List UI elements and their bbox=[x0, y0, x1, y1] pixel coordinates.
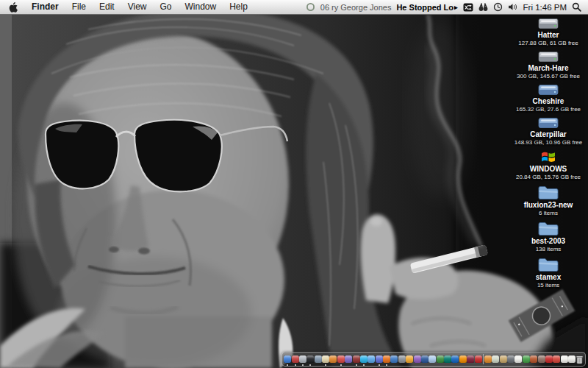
ichat-icon bbox=[368, 355, 375, 363]
track-title[interactable]: He Stopped Lo▸ bbox=[396, 3, 457, 12]
dock-item-bag-brown[interactable] bbox=[537, 353, 545, 366]
dock-item-ichat[interactable] bbox=[368, 353, 375, 366]
dock-item-itunes-red[interactable] bbox=[337, 353, 345, 366]
drive-internal-icon bbox=[537, 17, 560, 30]
dock-item-music-app[interactable] bbox=[413, 353, 420, 366]
dock-item-finder[interactable] bbox=[284, 353, 291, 366]
desktop-icon-Cheshire[interactable]: Cheshire165.32 GB, 27.6 GB free bbox=[510, 83, 587, 113]
menu-finder[interactable]: Finder bbox=[25, 0, 65, 14]
indesign-icon bbox=[475, 355, 482, 363]
dock-item-skype[interactable] bbox=[360, 353, 368, 366]
adobe-teal-icon bbox=[444, 355, 451, 363]
font-a-icon bbox=[545, 355, 553, 363]
running-indicator bbox=[356, 364, 357, 366]
menubar-status-area: 06 ry George Jones He Stopped Lo▸ bbox=[306, 2, 588, 12]
menu-view[interactable]: View bbox=[121, 0, 154, 14]
running-indicator bbox=[287, 364, 288, 366]
mail-icon bbox=[390, 355, 398, 363]
dock-item-system-prefs[interactable] bbox=[299, 353, 306, 366]
dock-item-app-violet[interactable] bbox=[345, 353, 352, 366]
dock bbox=[282, 352, 586, 367]
adobe-maroon-icon bbox=[467, 355, 474, 363]
dock-item-documents-app[interactable] bbox=[429, 353, 436, 366]
volume-icon[interactable] bbox=[508, 3, 518, 11]
firefox-icon bbox=[383, 355, 390, 363]
dock-item-terminal[interactable] bbox=[306, 353, 314, 366]
running-indicator bbox=[379, 364, 380, 366]
menu-file[interactable]: File bbox=[65, 0, 93, 14]
dock-item-app-red[interactable] bbox=[291, 353, 298, 366]
desktop-icon-best-2003[interactable]: best-2003138 items bbox=[510, 220, 587, 252]
dock-item-illustrator[interactable] bbox=[459, 353, 467, 366]
desktop-icon-Hatter[interactable]: Hatter127.88 GB, 61 GB free bbox=[510, 17, 587, 46]
tool-gray-icon bbox=[507, 355, 514, 363]
menu-window[interactable]: Window bbox=[179, 0, 223, 14]
clock-menu-icon[interactable] bbox=[493, 2, 503, 12]
safari-indigo-icon bbox=[376, 355, 383, 363]
dock-item-adobe-maroon[interactable] bbox=[467, 353, 474, 366]
finder-icon bbox=[284, 355, 291, 363]
adobe-green-icon bbox=[437, 355, 444, 363]
dock-item-font-a[interactable] bbox=[545, 353, 553, 366]
dock-item-doc-white-3[interactable] bbox=[568, 353, 576, 366]
apple-menu[interactable] bbox=[0, 2, 25, 13]
desktop-icon-label: fluxion23-new bbox=[524, 201, 573, 210]
dock-item-app-gray[interactable] bbox=[398, 353, 406, 366]
dock-item-adobe-green[interactable] bbox=[437, 353, 444, 366]
drive-external-icon bbox=[537, 116, 560, 130]
now-playing-icon[interactable] bbox=[306, 2, 315, 12]
dock-item-adobe-teal[interactable] bbox=[444, 353, 451, 366]
spotlight-icon[interactable] bbox=[572, 2, 581, 12]
dock-item-mail[interactable] bbox=[390, 353, 398, 366]
menu-list: Finder File Edit View Go Window Help bbox=[25, 0, 254, 14]
dock-item-doc-white-1[interactable] bbox=[514, 353, 522, 366]
dock-item-triangle-tool[interactable] bbox=[553, 353, 560, 366]
desktop-icon-Caterpillar[interactable]: Caterpillar148.93 GB, 10.96 GB free bbox=[510, 116, 587, 146]
dock-item-safari-indigo[interactable] bbox=[376, 353, 383, 366]
menu-go[interactable]: Go bbox=[154, 0, 179, 14]
menu-edit[interactable]: Edit bbox=[93, 0, 121, 14]
dock-item-app-orange[interactable] bbox=[329, 353, 337, 366]
trash-icon bbox=[576, 355, 584, 364]
desktop-icon-stamex[interactable]: stamex15 items bbox=[510, 256, 587, 289]
dock-item-textedit[interactable] bbox=[315, 353, 322, 366]
triangle-tool-icon bbox=[553, 355, 560, 363]
desktop-icon-label: Cheshire bbox=[533, 97, 564, 106]
dock-item-folder-tan[interactable] bbox=[500, 353, 507, 366]
dock-item-app-rust[interactable] bbox=[530, 353, 537, 366]
now-playing-text[interactable]: 06 ry George Jones bbox=[320, 3, 392, 12]
menu-help[interactable]: Help bbox=[223, 0, 254, 14]
dock-item-doc-white-2[interactable] bbox=[561, 353, 568, 366]
textedit-icon bbox=[315, 355, 322, 363]
menubar: Finder File Edit View Go Window Help 06 … bbox=[0, 0, 588, 15]
dock-item-trash[interactable] bbox=[576, 353, 584, 366]
dock-item-address-book[interactable] bbox=[322, 353, 329, 366]
folder-tan-icon bbox=[500, 355, 507, 363]
desktop-icon-fluxion23-new[interactable]: fluxion23-new6 items bbox=[510, 184, 587, 216]
desktop-icon-info: 15 items bbox=[537, 282, 559, 289]
desktop-icon-March-Hare[interactable]: March-Hare300 GB, 145.67 GB free bbox=[510, 50, 587, 79]
app-amber-icon bbox=[406, 355, 413, 363]
wallpaper-photo bbox=[0, 0, 588, 368]
dock-item-tool-gray[interactable] bbox=[507, 353, 514, 366]
dock-item-word[interactable] bbox=[421, 353, 429, 366]
menubar-clock[interactable]: Fri 1:46 PM bbox=[523, 3, 567, 12]
drive-external-icon bbox=[537, 83, 560, 96]
app-rust-icon bbox=[530, 355, 537, 363]
dock-item-indesign[interactable] bbox=[474, 353, 481, 366]
desktop-icon-label: stamex bbox=[536, 273, 561, 282]
dock-item-download-arrow[interactable] bbox=[523, 353, 530, 366]
address-book-icon bbox=[322, 355, 329, 363]
dock-item-doc-pale[interactable] bbox=[492, 353, 499, 366]
skype-icon bbox=[360, 355, 368, 363]
dock-item-app-amber[interactable] bbox=[406, 353, 413, 366]
dock-item-orange-ball[interactable] bbox=[484, 353, 492, 366]
desktop-icon-info: 148.93 GB, 10.96 GB free bbox=[514, 139, 583, 146]
dock-item-firefox[interactable] bbox=[383, 353, 390, 366]
shuffle-menu-icon[interactable] bbox=[463, 3, 473, 12]
binoculars-icon[interactable] bbox=[478, 3, 488, 12]
desktop-icon-WINDOWS[interactable]: WINDOWS20.84 GB, 15.76 GB free bbox=[510, 149, 587, 180]
desktop-icon-label: March-Hare bbox=[528, 64, 568, 73]
dock-item-toast[interactable] bbox=[352, 353, 359, 366]
dock-item-photoshop[interactable] bbox=[451, 353, 459, 366]
